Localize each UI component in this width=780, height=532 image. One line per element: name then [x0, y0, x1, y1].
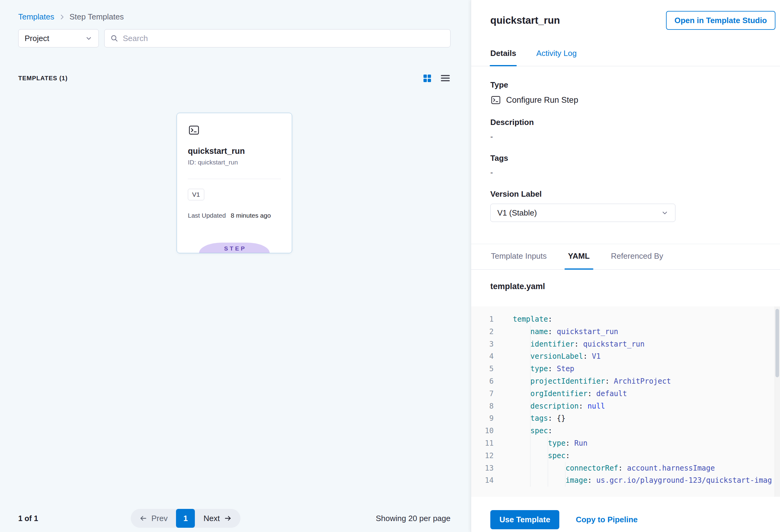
- version-dropdown-value: V1 (Stable): [497, 208, 537, 217]
- panel-header: quickstart_run Open in Template Studio: [471, 0, 780, 30]
- prev-page-button[interactable]: Prev: [131, 509, 176, 528]
- use-template-button[interactable]: Use Template: [490, 510, 559, 529]
- code-line: 3identifier: quickstart_run: [471, 338, 780, 350]
- breadcrumb-templates-link[interactable]: Templates: [18, 12, 54, 21]
- scope-dropdown[interactable]: Project: [18, 29, 99, 47]
- code-line: 5type: Step: [471, 363, 780, 375]
- details-section: Type Configure Run Step Description - Ta…: [471, 66, 780, 222]
- tab-activity-log[interactable]: Activity Log: [536, 49, 577, 66]
- step-type-ribbon-label: STEP: [222, 245, 247, 252]
- description-label: Description: [490, 118, 761, 127]
- breadcrumb-chevron-icon: [59, 14, 65, 20]
- code-line: 13connectorRef: account.harnessImage: [471, 462, 780, 475]
- last-updated-label: Last Updated: [188, 212, 226, 219]
- current-page-button[interactable]: 1: [176, 509, 195, 528]
- prev-page-label: Prev: [151, 514, 167, 523]
- panel-title: quickstart_run: [490, 14, 560, 26]
- app: Templates Step Templates Project: [0, 0, 780, 532]
- toolbar: Project: [18, 29, 450, 47]
- chevron-down-icon: [85, 35, 92, 42]
- yaml-file-name: template.yaml: [471, 270, 780, 306]
- yaml-code-lines: 1template:2name: quickstart_run3identifi…: [471, 313, 780, 487]
- next-page-label: Next: [203, 514, 220, 523]
- search-input[interactable]: [123, 34, 445, 43]
- grid-view-icon: [422, 73, 432, 83]
- panel-sub-tabs: Template Inputs YAML Referenced By: [471, 244, 780, 270]
- grid-view-button[interactable]: [422, 73, 432, 83]
- code-line: 11type: Run: [471, 437, 780, 450]
- type-value: Configure Run Step: [506, 95, 578, 105]
- tab-referenced-by[interactable]: Referenced By: [611, 251, 664, 269]
- panel-tabs: Details Activity Log: [471, 49, 780, 66]
- view-toggle: [422, 73, 450, 83]
- template-details-panel: quickstart_run Open in Template Studio D…: [471, 0, 780, 532]
- code-line: 4versionLabel: V1: [471, 350, 780, 363]
- next-page-button[interactable]: Next: [195, 509, 240, 528]
- open-in-template-studio-button[interactable]: Open in Template Studio: [666, 11, 775, 30]
- arrow-right-icon: [224, 514, 232, 522]
- card-id: ID: quickstart_run: [188, 159, 281, 166]
- panel-actions: Use Template Copy to Pipeline: [471, 497, 780, 532]
- scope-dropdown-value: Project: [25, 34, 49, 43]
- list-footer: 1 of 1 Prev 1 Next S: [18, 509, 450, 528]
- list-view-button[interactable]: [440, 73, 450, 83]
- yaml-code-viewer[interactable]: 1template:2name: quickstart_run3identifi…: [471, 306, 780, 497]
- code-line: 6projectIdentifier: ArchitProject: [471, 375, 780, 388]
- per-page-label: Showing 20 per page: [376, 514, 450, 523]
- tab-yaml[interactable]: YAML: [568, 251, 590, 269]
- list-header: TEMPLATES (1): [18, 73, 450, 83]
- description-value: -: [490, 132, 761, 141]
- tab-template-inputs[interactable]: Template Inputs: [490, 251, 547, 269]
- card-title: quickstart_run: [188, 147, 281, 156]
- chevron-down-icon: [661, 209, 669, 216]
- breadcrumb: Templates Step Templates: [18, 12, 124, 21]
- run-step-icon: [490, 95, 501, 105]
- code-line: 2name: quickstart_run: [471, 326, 780, 338]
- version-dropdown[interactable]: V1 (Stable): [490, 204, 675, 222]
- copy-to-pipeline-link[interactable]: Copy to Pipeline: [576, 515, 638, 524]
- version-badge: V1: [188, 189, 204, 200]
- page-info: 1 of 1: [18, 514, 38, 523]
- search-icon: [110, 34, 118, 43]
- arrow-left-icon: [139, 514, 147, 522]
- code-line: 1template:: [471, 313, 780, 326]
- code-scrollbar[interactable]: [775, 306, 780, 497]
- template-card[interactable]: quickstart_run ID: quickstart_run V1 Las…: [177, 113, 292, 253]
- templates-list-panel: Templates Step Templates Project: [0, 0, 471, 532]
- templates-count-label: TEMPLATES (1): [18, 75, 68, 82]
- last-updated-row: Last Updated 8 minutes ago: [188, 212, 281, 219]
- step-type-ribbon: STEP: [199, 243, 270, 253]
- tags-label: Tags: [490, 153, 761, 163]
- pagination: Prev 1 Next: [131, 509, 240, 528]
- code-line: 7orgIdentifier: default: [471, 388, 780, 400]
- tags-value: -: [490, 168, 761, 177]
- run-step-icon: [188, 124, 200, 136]
- version-label: Version Label: [490, 189, 761, 199]
- last-updated-value: 8 minutes ago: [231, 212, 271, 219]
- code-line: 10spec:: [471, 425, 780, 437]
- type-row: Configure Run Step: [490, 95, 761, 105]
- tab-details[interactable]: Details: [490, 49, 516, 66]
- list-view-icon: [440, 73, 450, 83]
- search-box[interactable]: [104, 29, 450, 47]
- type-label: Type: [490, 80, 761, 90]
- code-line: 12spec:: [471, 450, 780, 462]
- code-line: 14image: us.gcr.io/playground-123/quicks…: [471, 474, 780, 487]
- code-line: 8description: null: [471, 400, 780, 413]
- breadcrumb-current: Step Templates: [69, 12, 124, 21]
- code-line: 9tags: {}: [471, 412, 780, 425]
- code-scrollbar-thumb[interactable]: [775, 309, 779, 377]
